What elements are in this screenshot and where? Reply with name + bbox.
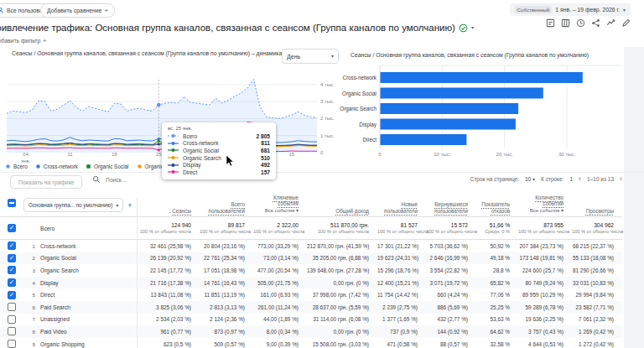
- channel-name: Unassigned: [40, 316, 70, 322]
- prev-page-icon[interactable]: ‹: [579, 175, 581, 183]
- cell-total-revenue: 212 870,00 грн. (41,59 %): [307, 243, 377, 249]
- tooltip-series-value: 510: [261, 155, 270, 161]
- add-dimension-button[interactable]: +: [127, 201, 132, 210]
- data-quality-check-icon[interactable]: [459, 23, 468, 33]
- column-header-sessions[interactable]: ↓Сеансы: [138, 208, 200, 217]
- channel-cell: 7Unassigned: [23, 314, 138, 326]
- column-label: Вернувшиеся пользователи: [434, 201, 468, 214]
- totals-cell-bounce-rate: 51,66 %Средн. 0 %: [476, 222, 518, 234]
- column-label: Сеансы: [172, 208, 191, 214]
- cell-event-count: 89 959 (10,29 %): [518, 292, 572, 298]
- channel-cell: 4Display: [23, 277, 138, 289]
- channel-name: Display: [40, 280, 59, 286]
- cell-event-count: 4 644 (0,53 %): [518, 341, 572, 347]
- row-checkbox[interactable]: ✓: [0, 240, 23, 252]
- row-checkbox[interactable]: [0, 301, 23, 314]
- row-checkbox[interactable]: [0, 325, 23, 338]
- events-filter-select[interactable]: Все события ▾: [518, 208, 564, 215]
- goto-row-label: К строке:: [541, 176, 564, 182]
- plus-icon: +: [43, 38, 46, 44]
- column-header-key-events[interactable]: Ключевые событияВсе события ▾: [253, 195, 307, 217]
- cell-bounce-rate: 65,82 %: [476, 280, 518, 286]
- cell-key-events: 8,00 (0,34 %): [253, 329, 307, 335]
- cell-total-revenue: 35 205,00 грн. (6,88 %): [307, 255, 377, 261]
- legend-item[interactable]: Organic Social: [86, 164, 129, 169]
- column-header-total-revenue[interactable]: Общий доход: [307, 208, 377, 217]
- cell-sessions: 32 461 (25,98 %): [138, 243, 200, 249]
- column-header-event-count[interactable]: Количество событийВсе события ▾: [518, 195, 572, 217]
- svg-text:янв.: янв.: [21, 158, 31, 164]
- column-header-total-users[interactable]: Всего пользователей: [200, 201, 253, 216]
- column-label: Ключевые события: [273, 195, 299, 207]
- row-checkbox[interactable]: ✓: [0, 217, 23, 239]
- row-number: 7: [27, 316, 35, 322]
- row-checkbox[interactable]: [0, 338, 23, 348]
- edit-icon[interactable]: [621, 18, 631, 28]
- cell-total-revenue: 31 114,00 грн. (6,08 %): [307, 316, 377, 322]
- cell-total-users: 2 124 (2,36 %): [200, 316, 253, 322]
- cell-total-users: 873 (0,97 %): [200, 329, 253, 335]
- rows-per-page-select[interactable]: 10 ▾: [525, 176, 535, 182]
- legend-item[interactable]: Cross-network: [35, 164, 78, 169]
- insights-icon[interactable]: [606, 18, 615, 28]
- chevron-down-icon[interactable]: ▾: [471, 25, 474, 30]
- right-gutter: [624, 47, 644, 348]
- series-marker-icon: [168, 169, 179, 175]
- add-filter-button[interactable]: Добавить фильтр +: [0, 38, 46, 44]
- cell-total-users: 509 (0,57 %): [200, 341, 253, 347]
- page-range: 1–10 из 13: [587, 176, 614, 182]
- cell-sessions: 21 716 (17,38 %): [138, 280, 200, 286]
- tooltip-row: Cross-network811: [168, 140, 270, 148]
- show-on-chart-button[interactable]: Показать на графике: [10, 175, 82, 189]
- row-number: 3: [27, 267, 35, 273]
- cell-returning-users: 2 646 (16,99 %): [426, 255, 476, 261]
- channel-cell: 9Organic Shopping: [23, 338, 138, 348]
- share-icon[interactable]: [591, 18, 600, 28]
- columns-icon[interactable]: [561, 18, 570, 28]
- column-header-returning-users[interactable]: Вернувшиеся пользователи: [426, 201, 476, 216]
- cell-key-events: 9,00 (0,39 %): [253, 341, 307, 347]
- row-checkbox[interactable]: ✓: [0, 277, 23, 289]
- column-header-bounce-rate[interactable]: Показатель отказов: [476, 201, 518, 216]
- next-page-icon[interactable]: ›: [620, 175, 622, 183]
- history-icon[interactable]: [576, 18, 585, 28]
- row-checkbox[interactable]: ✓: [0, 264, 23, 277]
- note-icon[interactable]: [546, 18, 555, 28]
- ga4-traffic-acquisition-report: Все пользователи Добавить сравнение + Со…: [0, 0, 644, 348]
- totals-cell-views: 304 962100 % от общего числа: [572, 222, 622, 234]
- dimension-select-value: Основная группа... по умолчанию): [29, 202, 112, 208]
- chevron-down-icon: ▾: [623, 8, 626, 13]
- totals-cell-sessions: 124 940100 % от общего числа: [138, 222, 200, 234]
- select-all-checkbox[interactable]: [0, 199, 23, 207]
- row-checkbox[interactable]: ✓: [0, 288, 23, 301]
- row-checkbox[interactable]: [0, 314, 23, 326]
- svg-text:2 тыс.: 2 тыс.: [320, 116, 335, 121]
- dimension-select[interactable]: Основная группа... по умолчанию)▾: [23, 198, 123, 212]
- column-header-new-users[interactable]: Новые пользователи: [377, 201, 426, 216]
- date-range-selector[interactable]: Собственный 1 янв. – 19 февр. 2026 г. ▾: [510, 3, 631, 16]
- tooltip-series-label: Cross-network: [183, 140, 257, 146]
- column-header-views[interactable]: Просмотры: [572, 208, 622, 217]
- svg-text:20 тыс.: 20 тыс.: [496, 152, 513, 157]
- cell-event-count: 207 384 (23,73 %): [518, 243, 572, 249]
- cell-total-revenue: 28 637,00 грн. (5,59 %): [307, 304, 377, 310]
- legend-item[interactable]: Всего: [5, 164, 28, 169]
- cell-sessions: 623 (0,5 %): [138, 341, 200, 347]
- row-checkbox[interactable]: ✓: [0, 252, 23, 265]
- tooltip-series-label: Display: [183, 162, 257, 168]
- goto-row-value[interactable]: 1: [569, 176, 573, 182]
- totals-cell-total-users: 89 817100 % от общего числа: [200, 222, 253, 234]
- add-comparison-chip[interactable]: Добавить сравнение +: [40, 3, 115, 18]
- pagination: Строк на странице: 10 ▾ К строке: 1 ‹ 1–…: [470, 175, 622, 183]
- svg-text:10 тыс.: 10 тыс.: [434, 152, 450, 157]
- events-filter-select[interactable]: Все события ▾: [253, 208, 299, 215]
- cell-total-revenue: 0,00 грн. (0 %): [307, 280, 377, 286]
- row-number: 2: [27, 255, 35, 261]
- cell-bounce-rate: 28,8 %: [476, 267, 518, 273]
- rows-per-page-label: Строк на странице:: [470, 176, 519, 182]
- svg-text:11: 11: [67, 152, 73, 157]
- cell-key-events: 261,00 (11,24 %): [253, 304, 307, 310]
- svg-text:30 тыс.: 30 тыс.: [558, 152, 575, 157]
- channel-name: Paid Search: [40, 304, 70, 310]
- legend-label: Всего: [13, 164, 28, 169]
